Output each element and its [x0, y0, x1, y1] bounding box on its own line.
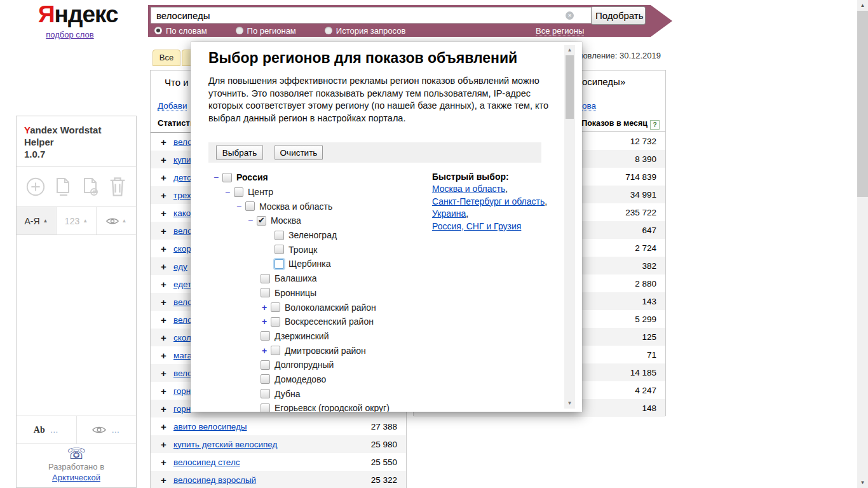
- search-mode-radio[interactable]: История запросов: [325, 26, 406, 36]
- query-link[interactable]: авито велосипеды: [173, 422, 247, 431]
- sort-alpha-button[interactable]: А-Я▲: [17, 207, 57, 234]
- help-icon[interactable]: ?: [650, 120, 660, 130]
- scrollbar-thumb[interactable]: [857, 11, 868, 197]
- modal-scrollbar-thumb[interactable]: [566, 55, 574, 119]
- region-label[interactable]: Дзержинский: [275, 331, 329, 341]
- region-checkbox[interactable]: [222, 173, 232, 182]
- add-query-button[interactable]: +: [161, 332, 170, 343]
- region-label[interactable]: Егорьевск (городской округ): [275, 403, 390, 412]
- tree-expand-icon[interactable]: +: [261, 346, 268, 356]
- add-query-button[interactable]: +: [161, 421, 170, 432]
- region-checkbox[interactable]: [275, 259, 284, 269]
- tree-collapse-icon[interactable]: −: [224, 187, 231, 197]
- region-label[interactable]: Балашиха: [275, 273, 317, 283]
- query-link[interactable]: вело: [173, 315, 193, 325]
- region-checkbox[interactable]: [261, 288, 270, 297]
- query-link[interactable]: едет: [173, 280, 191, 289]
- region-checkbox[interactable]: [261, 331, 270, 341]
- modal-scroll-up-icon[interactable]: ▲: [564, 45, 575, 55]
- query-link[interactable]: горн: [173, 386, 191, 396]
- region-checkbox[interactable]: [275, 245, 284, 254]
- add-query-button[interactable]: +: [161, 154, 170, 165]
- search-mode-radio[interactable]: По регионам: [236, 26, 296, 36]
- clear-button[interactable]: Очистить: [275, 145, 323, 160]
- region-label[interactable]: Центр: [248, 187, 273, 197]
- region-label[interactable]: Воскресенский район: [285, 316, 374, 327]
- region-checkbox[interactable]: [271, 317, 280, 327]
- region-checkbox[interactable]: [261, 274, 270, 283]
- query-link[interactable]: купить детский велосипед: [173, 440, 277, 449]
- region-checkbox[interactable]: [234, 187, 243, 197]
- quick-select-link[interactable]: Санкт-Петербург и область: [432, 196, 545, 207]
- quick-select-link[interactable]: Украина: [432, 208, 466, 219]
- region-checkbox[interactable]: [271, 346, 280, 355]
- tree-expand-icon[interactable]: +: [261, 302, 268, 313]
- query-link[interactable]: скол: [173, 333, 191, 342]
- select-button[interactable]: Выбрать: [216, 145, 263, 160]
- region-label[interactable]: Зеленоград: [288, 230, 337, 240]
- search-input[interactable]: [151, 7, 592, 24]
- region-label[interactable]: Бронницы: [275, 288, 316, 298]
- modal-scroll-down-icon[interactable]: ▼: [564, 398, 575, 409]
- region-checkbox[interactable]: [275, 231, 284, 240]
- region-checkbox[interactable]: [261, 403, 270, 412]
- copy-list-icon[interactable]: [51, 175, 75, 199]
- add-query-button[interactable]: +: [161, 403, 170, 414]
- yandex-logo[interactable]: Яндекс: [38, 1, 118, 28]
- region-checkbox[interactable]: [261, 360, 270, 370]
- tab-all[interactable]: Все: [153, 50, 180, 66]
- clear-search-icon[interactable]: [566, 11, 574, 20]
- add-query-button[interactable]: +: [161, 315, 170, 325]
- add-query-button[interactable]: +: [161, 137, 170, 147]
- all-regions-link[interactable]: Все регионы: [536, 26, 584, 36]
- add-query-button[interactable]: +: [161, 386, 170, 396]
- add-query-button[interactable]: +: [161, 261, 170, 272]
- tree-expand-icon[interactable]: +: [261, 316, 268, 327]
- submit-button[interactable]: Подобрать: [591, 6, 646, 25]
- trash-icon[interactable]: [105, 175, 130, 199]
- region-checkbox[interactable]: [245, 201, 255, 211]
- add-query-button[interactable]: +: [161, 172, 170, 183]
- add-query-button[interactable]: +: [161, 439, 170, 450]
- tree-collapse-icon[interactable]: −: [212, 172, 220, 182]
- region-checkbox[interactable]: [261, 389, 270, 398]
- visibility-settings-button[interactable]: …: [77, 416, 137, 444]
- query-link[interactable]: вело: [173, 297, 193, 307]
- tree-collapse-icon[interactable]: −: [247, 215, 254, 226]
- query-link[interactable]: трех: [173, 191, 191, 200]
- query-link[interactable]: вело: [173, 226, 193, 236]
- add-query-button[interactable]: +: [161, 190, 170, 201]
- region-checkbox[interactable]: [261, 374, 270, 384]
- region-label[interactable]: Москва и область: [259, 201, 332, 212]
- region-label[interactable]: Дубна: [275, 389, 300, 399]
- region-label[interactable]: Россия: [236, 172, 268, 182]
- ab-settings-button[interactable]: Ab…: [17, 416, 77, 444]
- scroll-down-icon[interactable]: ▼: [857, 477, 868, 488]
- search-mode-radio[interactable]: По словам: [154, 26, 207, 36]
- query-link[interactable]: како: [173, 208, 191, 218]
- add-query-button[interactable]: +: [161, 243, 170, 254]
- sort-frequency-button[interactable]: 123▲: [57, 207, 97, 234]
- region-label[interactable]: Москва: [271, 215, 301, 226]
- add-query-button[interactable]: +: [161, 208, 170, 219]
- word-selection-link[interactable]: подбор слов: [38, 30, 102, 39]
- query-link[interactable]: вело: [173, 369, 193, 378]
- query-link[interactable]: велосипед стелс: [173, 458, 240, 467]
- add-query-button[interactable]: +: [161, 279, 170, 290]
- quick-select-link[interactable]: Россия, СНГ и Грузия: [432, 221, 521, 231]
- region-label[interactable]: Щербинка: [288, 259, 331, 269]
- copy-visible-icon[interactable]: [78, 175, 102, 199]
- add-phrase-icon[interactable]: [24, 175, 48, 199]
- sort-visibility-button[interactable]: ▲: [97, 207, 136, 234]
- region-label[interactable]: Троицк: [288, 245, 317, 255]
- query-link[interactable]: детс: [173, 173, 191, 182]
- add-query-button[interactable]: +: [161, 297, 170, 308]
- right-add-all-link[interactable]: ова: [582, 101, 596, 111]
- region-label[interactable]: Долгопрудный: [275, 360, 334, 370]
- query-link[interactable]: мага: [173, 351, 192, 360]
- query-link[interactable]: скор: [173, 244, 191, 254]
- add-query-button[interactable]: +: [161, 457, 170, 468]
- developer-link[interactable]: Арктической: [52, 473, 100, 482]
- add-query-button[interactable]: +: [161, 475, 170, 485]
- query-link[interactable]: горн: [173, 404, 191, 414]
